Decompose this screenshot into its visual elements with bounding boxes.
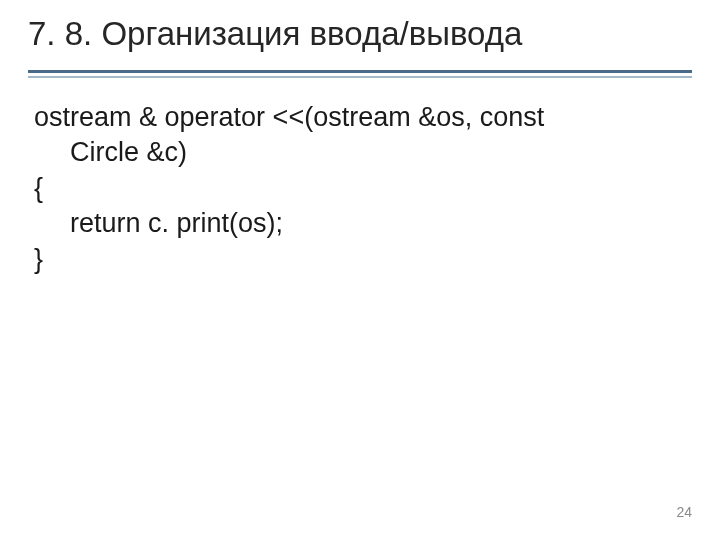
code-line-3: { (34, 171, 686, 207)
slide: 7. 8. Организация ввода/вывода ostream &… (0, 0, 720, 540)
code-line-5: } (34, 242, 686, 278)
page-number: 24 (676, 504, 692, 520)
title-area: 7. 8. Организация ввода/вывода (0, 0, 720, 78)
title-underline (28, 70, 692, 78)
code-line-1: ostream & operator <<(ostream &os, const (34, 100, 686, 136)
rule-line-top (28, 70, 692, 73)
slide-body: ostream & operator <<(ostream &os, const… (0, 78, 720, 278)
rule-line-bottom (28, 76, 692, 78)
code-line-4: return c. print(os); (34, 206, 686, 242)
slide-title: 7. 8. Организация ввода/вывода (28, 14, 692, 64)
code-line-2: Circle &c) (34, 135, 686, 171)
